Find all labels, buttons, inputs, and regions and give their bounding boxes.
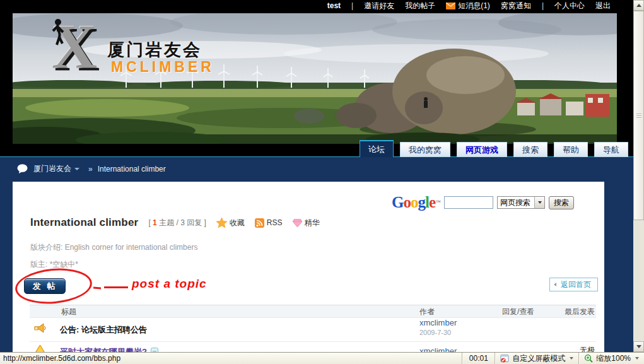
table-header: 标题 作者 回复/查看 最后发表 (30, 305, 596, 318)
arrow-down-icon (636, 345, 641, 348)
site-name-chinese: 厦门岩友会 (107, 38, 202, 61)
header-title: 标题 (60, 305, 412, 318)
separator: | (351, 1, 353, 10)
status-url: http://xmclimber.5d6d.com/bbs.php (0, 354, 462, 363)
tab-label: 导航 (603, 145, 619, 155)
scroll-up-button[interactable] (633, 0, 644, 11)
breadcrumb: 厦门岩友会 » International climber (0, 156, 633, 180)
bracket: [ (148, 218, 150, 227)
tab-label: 帮助 (563, 145, 579, 155)
forum-stats: [ 1 主题 / 3 回复 ] (148, 218, 206, 228)
last-poster (547, 318, 596, 341)
search-mode-select[interactable]: 网页搜索 (497, 196, 545, 209)
zoom-dropdown[interactable]: 缩放100% (578, 353, 644, 364)
climber-icon (52, 18, 68, 50)
rss-link[interactable]: RSS (255, 218, 283, 228)
content-block-icon (500, 355, 509, 363)
main-nav-tabs: 论坛 我的窝窝 网页游戏 搜索 帮助 导航 (360, 140, 628, 157)
tab-label: 网页游戏 (465, 145, 498, 155)
author-link[interactable]: xmclimber (419, 318, 497, 327)
post-date: 2009-7-30 (419, 329, 497, 336)
gem-icon (293, 219, 302, 227)
scrollbar-track[interactable] (633, 220, 644, 341)
select-dropdown-button[interactable] (534, 197, 544, 208)
scroll-down-button[interactable] (633, 341, 644, 352)
logo-letter: o (403, 194, 411, 211)
moderator-value: *空缺中* (50, 260, 78, 269)
sticky-triangle-icon (35, 345, 45, 352)
breadcrumb-separator: » (88, 165, 93, 173)
envelope-icon (446, 3, 455, 9)
speech-bubble-icon (17, 164, 28, 173)
chevron-down-icon (635, 357, 639, 360)
digest-link[interactable]: 精华 (293, 218, 320, 228)
trademark-symbol: ™ (436, 199, 440, 205)
bracket: ] (204, 218, 206, 227)
post-topic-button[interactable]: 发 帖 (24, 278, 66, 294)
moderator-label: 版主: (30, 260, 47, 269)
tab-search[interactable]: 搜索 (513, 142, 547, 157)
tab-label: 论坛 (368, 144, 385, 154)
breadcrumb-home-label: 厦门岩友会 (33, 163, 71, 174)
invite-friends-link[interactable]: 邀请好友 (364, 1, 394, 11)
tab-my-space[interactable]: 我的窝窝 (400, 142, 450, 157)
tab-forum[interactable]: 论坛 (360, 140, 394, 157)
tab-help[interactable]: 帮助 (554, 142, 588, 157)
site-name-english: MCLIMBER (111, 59, 214, 76)
site-banner: X 厦门岩友会 MCLIMBER (13, 13, 617, 144)
back-home-label: 返回首页 (561, 280, 591, 289)
tab-label: 我的窝窝 (409, 145, 442, 155)
favorite-link[interactable]: 收藏 (216, 218, 245, 228)
forum-title: International climber (30, 216, 138, 229)
topic-title-link[interactable]: 平时大家都在哪里攀岩? (60, 346, 147, 352)
attachment-icon (151, 348, 158, 352)
vertical-scrollbar[interactable] (633, 0, 644, 352)
topic-count: 1 (153, 218, 157, 227)
thumb-grip (636, 114, 641, 119)
block-mode-dropdown[interactable]: 自定义屏蔽模式 (495, 353, 578, 364)
my-posts-link[interactable]: 我的帖子 (405, 1, 435, 11)
rss-icon (255, 218, 264, 228)
last-poster-link[interactable]: 无极 (547, 342, 596, 352)
arrow-up-icon (636, 4, 641, 7)
main-background: Google™ 网页搜索 搜索 International climber [ … (0, 180, 633, 352)
status-bar: http://xmclimber.5d6d.com/bbs.php 00:01 … (0, 352, 644, 364)
logo-letter: o (411, 194, 418, 211)
rss-label: RSS (267, 218, 283, 227)
logo-letter: e (429, 194, 435, 211)
search-button[interactable]: 搜索 (549, 196, 574, 209)
table-row: 平时大家都在哪里攀岩? xmclimber 无极 (30, 342, 596, 352)
back-home-button[interactable]: 返回首页 (549, 278, 598, 291)
table-row: 公告: 论坛版主招聘公告 xmclimber 2009-7-30 (30, 318, 596, 342)
block-mode-label: 自定义屏蔽模式 (512, 353, 565, 364)
header-replies: 回复/查看 (497, 305, 547, 318)
breadcrumb-current[interactable]: International climber (98, 165, 166, 173)
tab-navigation[interactable]: 导航 (594, 142, 628, 157)
breadcrumb-home-link[interactable]: 厦门岩友会 (33, 163, 79, 174)
scrollbar-thumb[interactable] (633, 11, 644, 220)
author-link[interactable]: xmclimber (419, 346, 497, 352)
chevron-down-icon (538, 201, 542, 204)
tab-label: 搜索 (522, 145, 539, 155)
forum-moderator: 版主: *空缺中* (30, 259, 78, 270)
chevron-down-icon (74, 168, 79, 170)
site-logo: X 厦门岩友会 MCLIMBER (26, 13, 235, 95)
topic-title-link[interactable]: 公告: 论坛版主招聘公告 (60, 318, 412, 341)
logo-letter: g (418, 194, 425, 211)
star-icon (216, 218, 227, 228)
username-link[interactable]: test (327, 1, 341, 10)
browser-window: test | 邀请好友 我的帖子 短消息(1) 窝窝通知 | 个人中心 退出 (0, 0, 644, 364)
notifications-link[interactable]: 窝窝通知 (501, 1, 531, 11)
logout-link[interactable]: 退出 (595, 1, 611, 11)
profile-link[interactable]: 个人中心 (554, 1, 585, 11)
header-author: 作者 (412, 305, 497, 318)
messages-link[interactable]: 短消息(1) (458, 1, 490, 11)
google-logo: Google™ (392, 196, 440, 209)
stats-text: 主题 / 3 回复 (159, 218, 202, 227)
search-mode-value: 网页搜索 (498, 197, 534, 208)
search-input[interactable] (444, 196, 493, 209)
forum-panel: Google™ 网页搜索 搜索 International climber [ … (13, 182, 604, 352)
megaphone-icon (33, 323, 46, 334)
tab-web-games[interactable]: 网页游戏 (457, 142, 507, 157)
top-user-bar: test | 邀请好友 我的帖子 短消息(1) 窝窝通知 | 个人中心 退出 (0, 0, 633, 11)
